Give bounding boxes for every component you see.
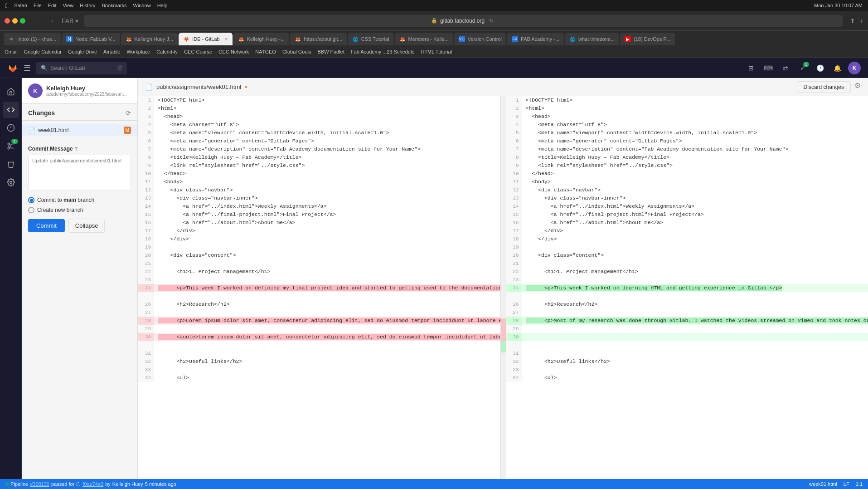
diff-right-side[interactable]: 1<!DOCTYPE html>2<html>3 <head>4 <meta c… <box>506 96 868 479</box>
sidebar-toggle-icon[interactable]: ☰ <box>24 63 31 73</box>
tab-kelleigh[interactable]: 🦊 Kelleigh Huey J... <box>121 33 178 45</box>
line-code: <head> <box>154 112 500 121</box>
fab-menu-button[interactable]: FAB ▾ <box>60 16 80 25</box>
bookmark-airtable[interactable]: Airtable <box>103 49 120 54</box>
forward-button[interactable]: → <box>46 16 56 25</box>
diff-line: 29 <box>506 325 868 333</box>
user-avatar[interactable]: K <box>848 62 861 74</box>
bookmark-html-tutorial[interactable]: HTML Tutorial <box>421 49 452 54</box>
line-number: 30 <box>506 333 522 341</box>
diff-scrollbar[interactable] <box>500 96 506 479</box>
tab-kelleigh2[interactable]: 🦊 Kelleigh Huey -... <box>233 33 290 45</box>
file-menu[interactable]: File <box>34 3 42 8</box>
sidebar-item-home[interactable] <box>3 83 19 100</box>
window-menu[interactable]: Window <box>133 3 151 8</box>
line-number: 14 <box>506 202 522 210</box>
option-commit-main[interactable]: Commit to main branch <box>28 197 131 203</box>
radio-main[interactable] <box>28 197 34 203</box>
view-menu[interactable]: View <box>63 3 74 8</box>
header-icons: ⊞ ⌨ ⇄ ✓ 1 🕐 🔔 K <box>745 62 861 74</box>
bookmark-gec-network[interactable]: GEC Network <box>218 49 249 54</box>
file-item-week01[interactable]: 📄 week01.html M <box>22 124 137 136</box>
minimize-window-button[interactable] <box>12 18 18 24</box>
commit-button[interactable]: Commit <box>28 219 65 232</box>
sidebar-item-trash[interactable] <box>3 156 19 172</box>
option-new-branch[interactable]: Create new branch <box>28 207 131 213</box>
edit-menu[interactable]: Edit <box>48 3 57 8</box>
header-code-icon[interactable]: ⌨ <box>762 62 775 74</box>
bookmark-global-goals[interactable]: Global Goals <box>282 49 311 54</box>
line-number <box>138 341 154 349</box>
header-clock-icon[interactable]: 🕐 <box>814 62 826 74</box>
sidebar-item-issues[interactable] <box>3 120 19 136</box>
bookmark-gdrive[interactable]: Google Drive <box>68 49 97 54</box>
tab-timezone[interactable]: 🌐 what timezone... <box>565 33 619 45</box>
svg-point-6 <box>10 181 12 184</box>
diff-line: 11 <body> <box>138 178 500 186</box>
diff-line: 28 <p>Most of my research was done throu… <box>506 317 868 325</box>
maximize-window-button[interactable] <box>20 18 25 24</box>
bookmark-gmail[interactable]: Gmail <box>5 49 18 54</box>
safari-menu[interactable]: Safari <box>14 3 27 8</box>
history-menu[interactable]: History <box>80 3 95 8</box>
header-merge-icon[interactable]: ⇄ <box>779 62 792 74</box>
reload-button[interactable]: ↻ <box>487 17 495 25</box>
pipeline-link[interactable]: #368130 <box>30 481 49 487</box>
bookmark-fabacademy-schedule[interactable]: Fab Academy ...23 Schedule <box>351 49 415 54</box>
collapse-button[interactable]: Collapse <box>68 219 105 233</box>
changes-refresh-icon[interactable]: ⟳ <box>126 109 131 117</box>
help-menu[interactable]: Help <box>157 3 168 8</box>
tab-devops[interactable]: ▶ (18) DevOps P... <box>620 33 675 45</box>
sidebar-item-merge[interactable]: 1 <box>3 138 19 154</box>
diff-line: 19 <box>138 243 500 251</box>
tab-inbox[interactable]: ✉ Inbox (1) - khue... <box>4 33 61 45</box>
tab-close-icon[interactable]: ✕ <box>224 37 228 42</box>
tab-css[interactable]: 🌐 CSS Tutorial <box>348 33 394 45</box>
back-button[interactable]: ← <box>34 16 44 25</box>
user-avatar-sidebar[interactable]: K <box>28 83 43 98</box>
line-code: <h2>Research</h2> <box>154 300 500 308</box>
header-todo-icon[interactable]: ✓ 1 <box>796 62 809 74</box>
tab-about[interactable]: 🦊 https://about.git... <box>290 33 346 45</box>
bookmark-gec-course[interactable]: GEC Course <box>184 49 212 54</box>
diff-line: 3 <head> <box>506 112 868 121</box>
add-tab-icon[interactable]: + <box>860 17 863 24</box>
diff-line: 17 </div> <box>506 227 868 235</box>
header-bell-icon[interactable]: 🔔 <box>831 62 844 74</box>
radio-new-branch[interactable] <box>28 207 34 213</box>
share-icon[interactable]: ⬆ <box>850 17 855 24</box>
sidebar-item-code[interactable] <box>3 102 19 118</box>
changes-header: Changes ⟳ <box>22 104 137 121</box>
bookmarks-menu[interactable]: Bookmarks <box>102 3 126 8</box>
commit-help-icon[interactable]: ? <box>75 146 78 152</box>
tab-label-kelleigh: Kelleigh Huey J... <box>135 36 174 42</box>
gitlab-search[interactable]: 🔍 Search GitLab / <box>36 62 127 74</box>
diff-settings-icon[interactable]: ⚙ <box>854 81 861 93</box>
diff-left-side[interactable]: 1<!DOCTYPE html>2<html>3 <head>4 <meta c… <box>138 96 500 479</box>
address-bar[interactable]: 🔒 gitlab.fabcloud.org ↻ <box>84 15 842 27</box>
diff-line: 34 <ul> <box>506 374 868 382</box>
tab-vcs[interactable]: VC Version Control <box>454 33 506 45</box>
header-grid-icon[interactable]: ⊞ <box>745 62 757 74</box>
sidebar-item-settings[interactable] <box>3 174 19 191</box>
bookmark-natgeo[interactable]: NATGEO <box>255 49 276 54</box>
line-number <box>506 292 522 300</box>
line-code: <a href="../final-project.html">Final Pr… <box>522 210 868 219</box>
line-number: 34 <box>506 374 522 382</box>
bookmark-calendly[interactable]: Calend-ly <box>156 49 177 54</box>
commit-message-label: Commit Message ? <box>28 146 131 152</box>
tab-nodefablab[interactable]: N Node: FabLab V... <box>62 33 120 45</box>
bookmark-gcal[interactable]: Google Calendar <box>24 49 62 54</box>
close-window-button[interactable] <box>5 18 10 24</box>
diff-line: 29 <box>138 325 500 333</box>
tab-ide[interactable]: 🦊 IDE - GitLab ✕ <box>179 33 233 45</box>
bookmark-bbw[interactable]: BBW Padlet <box>317 49 344 54</box>
commit-hash-link[interactable]: f0ae74e0 <box>82 481 103 487</box>
line-code: <p>Lorem ipsum dolor sit amet, consectet… <box>154 317 500 325</box>
tab-fabacademy[interactable]: FA FAB Academy -... <box>507 33 564 45</box>
discard-changes-button[interactable]: Discard changes <box>797 81 851 93</box>
bookmark-workplace[interactable]: Workplace <box>126 49 150 54</box>
tab-members[interactable]: 🦊 Members - Kelle... <box>395 33 453 45</box>
commit-message-input[interactable] <box>28 155 131 191</box>
diff-line: 14 <a href="../index.html">Weekly Assign… <box>138 202 500 210</box>
